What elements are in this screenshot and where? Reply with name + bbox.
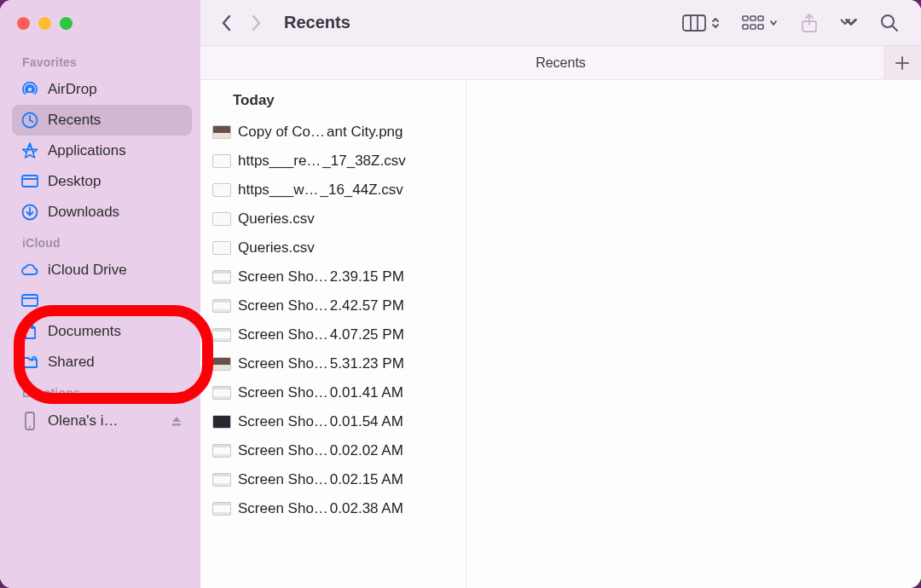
file-name: Screen Sho…0.02.15 AM — [238, 471, 403, 488]
apps-icon — [20, 141, 39, 160]
tab-bar: Recents — [200, 46, 921, 80]
svg-rect-11 — [683, 15, 705, 31]
file-thumbnail — [212, 241, 231, 255]
file-row[interactable]: Queries.csv — [209, 233, 459, 262]
column-view: Today Copy of Co…ant City.pnghttps___re…… — [200, 80, 921, 588]
file-row[interactable]: Screen Sho…2.42.57 PM — [209, 291, 459, 320]
file-thumbnail — [212, 502, 231, 516]
file-thumbnail — [212, 154, 231, 168]
file-row[interactable]: Screen Sho…0.02.02 AM — [209, 436, 459, 465]
file-row[interactable]: Screen Sho…4.07.25 PM — [209, 320, 459, 349]
airdrop-icon — [20, 80, 39, 99]
file-name: https___re…_17_38Z.csv — [238, 153, 406, 170]
main-area: Recents — [200, 0, 921, 588]
file-row[interactable]: Screen Sho…0.02.15 AM — [209, 465, 459, 494]
sidebar-item-icloud-drive[interactable]: iCloud Drive — [12, 255, 192, 285]
toolbar: Recents — [200, 0, 921, 46]
file-row[interactable]: Screen Sho…2.39.15 PM — [209, 262, 459, 291]
shared-folder-icon — [20, 353, 39, 372]
file-name: Screen Sho…4.07.25 PM — [238, 326, 404, 343]
sidebar-section-header: Favorites — [12, 47, 192, 74]
file-row[interactable]: Screen Sho…0.01.41 AM — [209, 378, 459, 407]
file-row[interactable]: https___w…_16_44Z.csv — [209, 176, 459, 205]
file-row[interactable]: Screen Sho…0.02.38 AM — [209, 494, 459, 523]
back-button[interactable] — [212, 9, 241, 37]
forward-button[interactable] — [241, 9, 270, 37]
file-name: Copy of Co…ant City.png — [238, 124, 403, 141]
file-row[interactable]: Queries.csv — [209, 205, 459, 233]
share-button[interactable] — [790, 8, 829, 38]
sidebar-item-shared[interactable]: Shared — [12, 347, 192, 378]
file-thumbnail — [212, 212, 231, 226]
minimize-window-button[interactable] — [38, 17, 51, 30]
sidebar-item-label: Downloads — [48, 204, 119, 221]
file-thumbnail — [212, 386, 231, 400]
sidebar-item-documents[interactable]: Documents — [12, 316, 192, 347]
file-list: Copy of Co…ant City.pnghttps___re…_17_38… — [200, 118, 466, 535]
toolbar-title: Recents — [284, 13, 350, 32]
desktop-icon — [20, 172, 39, 191]
file-name: Screen Sho…0.02.38 AM — [238, 500, 403, 517]
eject-button[interactable] — [170, 414, 183, 428]
window-controls — [12, 12, 192, 47]
svg-rect-15 — [750, 16, 756, 20]
file-thumbnail — [212, 125, 231, 139]
sidebar-item-applications[interactable]: Applications — [12, 135, 192, 166]
sidebar: FavoritesAirDropRecentsApplicationsDeskt… — [0, 0, 200, 588]
sidebar-item-recents[interactable]: Recents — [12, 105, 192, 135]
cloud-icon — [20, 261, 39, 280]
file-name: https___w…_16_44Z.csv — [238, 182, 403, 199]
svg-line-22 — [893, 26, 898, 31]
file-row[interactable]: Screen Sho…0.01.54 AM — [209, 407, 459, 436]
file-thumbnail — [212, 183, 231, 197]
svg-point-9 — [29, 426, 31, 428]
svg-rect-16 — [758, 16, 763, 20]
sidebar-item-airdrop[interactable]: AirDrop — [12, 74, 192, 105]
overflow-button[interactable] — [829, 11, 870, 35]
file-name: Screen Sho…2.39.15 PM — [238, 268, 404, 285]
svg-rect-5 — [22, 295, 38, 306]
device-icon — [20, 411, 39, 431]
finder-window: FavoritesAirDropRecentsApplicationsDeskt… — [0, 0, 921, 588]
sidebar-item-hidden[interactable] — [12, 285, 192, 316]
file-thumbnail — [212, 328, 231, 342]
svg-rect-14 — [743, 16, 748, 20]
sidebar-item-label: Shared — [48, 354, 95, 371]
file-row[interactable]: Screen Sho…5.31.23 PM — [209, 349, 459, 378]
download-icon — [20, 203, 39, 222]
file-name: Screen Sho…0.01.41 AM — [238, 384, 403, 401]
file-thumbnail — [212, 415, 231, 429]
sidebar-item-label: Olena's i… — [48, 412, 119, 429]
new-tab-button[interactable] — [883, 46, 921, 80]
file-row[interactable]: Copy of Co…ant City.png — [209, 118, 459, 147]
sidebar-item-label: Applications — [48, 142, 126, 159]
file-name: Screen Sho…0.02.02 AM — [238, 442, 403, 459]
svg-point-0 — [27, 87, 32, 92]
svg-rect-2 — [22, 176, 38, 187]
sidebar-item-label: Recents — [48, 112, 101, 129]
desktop-icon — [20, 291, 39, 310]
search-button[interactable] — [870, 9, 909, 37]
svg-rect-19 — [758, 25, 763, 29]
document-icon — [20, 322, 39, 341]
file-thumbnail — [212, 473, 231, 487]
close-window-button[interactable] — [17, 17, 30, 30]
group-header: Today — [200, 80, 466, 118]
sidebar-section-header: Locations — [12, 378, 192, 405]
file-thumbnail — [212, 299, 231, 313]
fullscreen-window-button[interactable] — [60, 17, 72, 30]
column-1: Today Copy of Co…ant City.pnghttps___re…… — [200, 80, 466, 588]
sidebar-item-olenas-i[interactable]: Olena's i… — [12, 405, 192, 437]
sidebar-item-label: Documents — [48, 323, 121, 340]
svg-rect-18 — [750, 25, 756, 29]
group-by-button[interactable] — [732, 9, 790, 37]
svg-rect-17 — [743, 25, 748, 29]
sidebar-item-desktop[interactable]: Desktop — [12, 166, 192, 197]
file-row[interactable]: https___re…_17_38Z.csv — [209, 147, 459, 176]
path-segment[interactable]: Recents — [536, 55, 586, 71]
sidebar-item-downloads[interactable]: Downloads — [12, 197, 192, 228]
file-name: Screen Sho…5.31.23 PM — [238, 355, 404, 372]
sidebar-item-label: iCloud Drive — [48, 262, 127, 279]
view-columns-button[interactable] — [672, 9, 732, 37]
sidebar-section-header: iCloud — [12, 228, 192, 255]
